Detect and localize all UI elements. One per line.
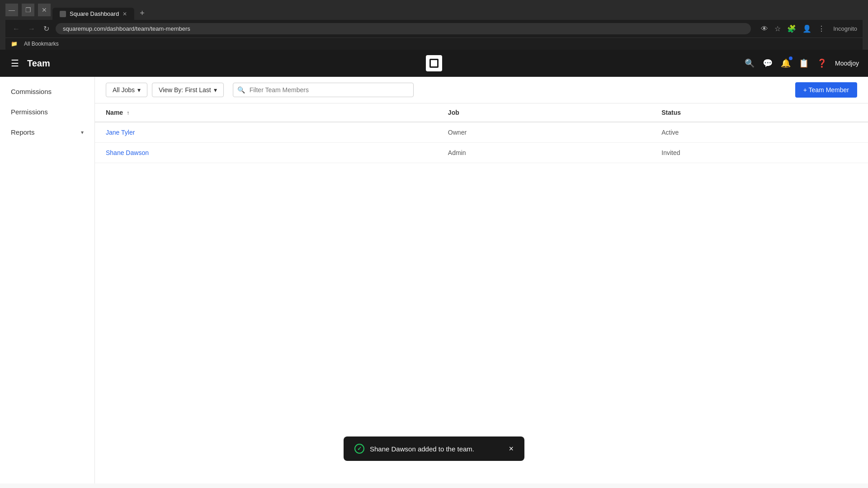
sidebar-label-reports: Reports <box>11 128 35 136</box>
all-jobs-label: All Jobs <box>113 86 135 94</box>
minimize-button[interactable]: — <box>5 4 18 16</box>
new-tab-button[interactable]: + <box>136 7 148 20</box>
member-link-shane[interactable]: Shane Dawson <box>106 149 149 156</box>
hamburger-button[interactable]: ☰ <box>9 56 21 70</box>
sidebar: Commissions Permissions Reports ▾ <box>0 77 95 483</box>
search-icon: 🔍 <box>237 86 245 94</box>
menu-icon[interactable]: ⋮ <box>816 23 827 35</box>
member-job-jane: Owner <box>437 122 651 143</box>
notification-badge <box>789 56 793 60</box>
search-button[interactable]: 🔍 <box>745 58 755 68</box>
notifications-button[interactable]: 🔔 <box>781 58 791 68</box>
close-button[interactable]: ✕ <box>38 4 51 16</box>
member-status-shane: Invited <box>651 143 868 163</box>
table-body: Jane Tyler Owner Active Shane Dawson Adm… <box>95 122 868 163</box>
browser-chrome: — ❐ ✕ Square Dashboard ✕ + ← → ↻ 👁 ☆ 🧩 👤… <box>0 0 868 50</box>
nav-right: 🔍 💬 🔔 📋 ❓ Moodjoy <box>745 58 859 68</box>
all-jobs-chevron: ▾ <box>137 86 141 94</box>
active-tab[interactable]: Square Dashboard ✕ <box>52 8 134 20</box>
view-by-chevron: ▾ <box>214 86 217 94</box>
team-table: Name ↑ Job Status Jane Tyl <box>95 103 868 163</box>
messages-button[interactable]: 💬 <box>763 58 773 68</box>
col-job: Job <box>437 103 651 122</box>
forward-button[interactable]: → <box>26 23 37 35</box>
nav-title: Team <box>27 58 50 69</box>
table-row: Shane Dawson Admin Invited <box>95 143 868 163</box>
toast-close-button[interactable]: × <box>509 444 514 454</box>
sort-arrow-name: ↑ <box>127 110 129 116</box>
nav-center <box>426 55 442 71</box>
toast-message: Shane Dawson added to the team. <box>370 445 474 453</box>
content-area: Commissions Permissions Reports ▾ All Jo… <box>0 77 868 483</box>
tab-title: Square Dashboard <box>70 10 119 17</box>
profile-icon[interactable]: 👤 <box>801 23 813 35</box>
spy-icon[interactable]: 👁 <box>759 23 770 35</box>
help-button[interactable]: ❓ <box>817 58 827 68</box>
reports-expand-icon: ▾ <box>81 129 84 136</box>
col-name[interactable]: Name ↑ <box>95 103 437 122</box>
sidebar-item-permissions[interactable]: Permissions <box>0 102 94 122</box>
restore-button[interactable]: ❐ <box>22 4 34 16</box>
incognito-label: Incognito <box>833 25 857 32</box>
app-container: ☰ Team 🔍 💬 🔔 📋 ❓ Moodjoy Commissions <box>0 50 868 483</box>
bookmark-icon[interactable]: ☆ <box>773 23 783 35</box>
square-logo-inner <box>429 59 439 68</box>
main-content: All Jobs ▾ View By: First Last ▾ 🔍 + Tea… <box>95 77 868 483</box>
top-nav: ☰ Team 🔍 💬 🔔 📋 ❓ Moodjoy <box>0 50 868 77</box>
add-member-label: + Team Member <box>803 86 849 94</box>
sidebar-label-commissions: Commissions <box>11 88 52 95</box>
browser-actions: 👁 ☆ 🧩 👤 ⋮ Incognito <box>759 23 857 35</box>
member-job-shane: Admin <box>437 143 651 163</box>
dashboard-button[interactable]: 📋 <box>799 58 809 68</box>
tab-favicon <box>60 11 66 17</box>
member-status-jane: Active <box>651 122 868 143</box>
table-header: Name ↑ Job Status <box>95 103 868 122</box>
user-name[interactable]: Moodjoy <box>835 60 859 67</box>
browser-window-controls: — ❐ ✕ <box>5 4 51 16</box>
bookmarks-bar: 📁 All Bookmarks <box>5 38 863 50</box>
sidebar-item-commissions[interactable]: Commissions <box>0 81 94 102</box>
add-member-button[interactable]: + Team Member <box>795 82 857 98</box>
toast-success-icon <box>354 444 364 454</box>
bookmarks-label[interactable]: All Bookmarks <box>21 40 61 48</box>
table-row: Jane Tyler Owner Active <box>95 122 868 143</box>
filter-input[interactable] <box>233 83 414 97</box>
tab-close-button[interactable]: ✕ <box>123 11 127 17</box>
member-name-jane[interactable]: Jane Tyler <box>95 122 437 143</box>
member-link-jane[interactable]: Jane Tyler <box>106 129 135 136</box>
view-by-dropdown[interactable]: View By: First Last ▾ <box>152 83 224 97</box>
reload-button[interactable]: ↻ <box>42 23 51 35</box>
col-status: Status <box>651 103 868 122</box>
nav-left: ☰ Team <box>9 56 50 70</box>
toolbar: All Jobs ▾ View By: First Last ▾ 🔍 + Tea… <box>95 77 868 103</box>
all-jobs-dropdown[interactable]: All Jobs ▾ <box>106 83 147 97</box>
tab-bar: — ❐ ✕ Square Dashboard ✕ + <box>5 4 863 20</box>
sidebar-item-reports[interactable]: Reports ▾ <box>0 122 94 142</box>
square-logo[interactable] <box>426 55 442 71</box>
search-filter: 🔍 <box>233 83 414 97</box>
address-input[interactable] <box>56 23 751 34</box>
address-bar-row: ← → ↻ 👁 ☆ 🧩 👤 ⋮ Incognito <box>5 20 863 38</box>
back-button[interactable]: ← <box>11 23 22 35</box>
sidebar-label-permissions: Permissions <box>11 108 48 116</box>
table-header-row: Name ↑ Job Status <box>95 103 868 122</box>
toast-notification: Shane Dawson added to the team. × <box>344 436 524 461</box>
extension-icon[interactable]: 🧩 <box>785 23 798 35</box>
member-name-shane[interactable]: Shane Dawson <box>95 143 437 163</box>
view-by-label: View By: First Last <box>159 86 211 94</box>
